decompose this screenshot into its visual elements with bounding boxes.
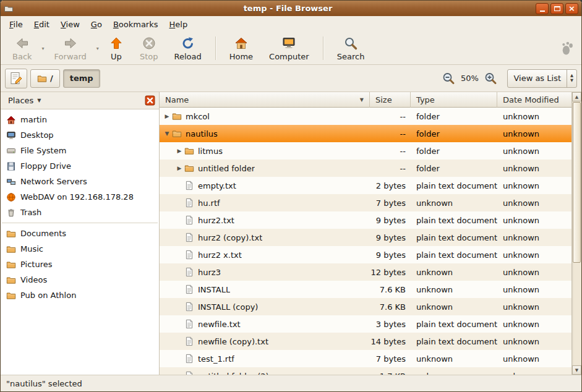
file-name: empty.txt [198, 181, 236, 190]
place-label: File System [20, 146, 66, 155]
place-pictures[interactable]: Pictures [1, 257, 159, 272]
close-button[interactable]: × [565, 3, 578, 14]
back-button[interactable]: Back [4, 34, 40, 63]
forward-label: Forward [54, 52, 87, 61]
home-button[interactable]: Home [221, 34, 261, 63]
file-row-hurz2-txt[interactable]: hurz2.txt9 bytesplain text documentunkno… [160, 211, 571, 229]
network-icon [6, 177, 16, 187]
menu-go[interactable]: Go [85, 18, 108, 31]
file-size-cell: 7.6 KB [370, 298, 411, 315]
place-trash[interactable]: Trash [1, 205, 159, 220]
file-name-cell: newfile.txt [160, 315, 370, 333]
computer-button[interactable]: Computer [261, 34, 317, 63]
place-desktop[interactable]: Desktop [1, 127, 159, 143]
file-name-cell: INSTALL (copy) [160, 298, 370, 315]
maximize-button[interactable] [550, 3, 563, 14]
file-name: hurz2 (copy).txt [198, 233, 262, 242]
forward-icon [63, 36, 78, 51]
file-type-cell: unknown [411, 350, 497, 367]
column-header-type[interactable]: Type [411, 92, 497, 108]
zoom-in-button[interactable] [483, 71, 498, 86]
trash-icon [6, 208, 16, 218]
expander-expanded-icon[interactable]: ▼ [162, 130, 172, 137]
back-history-dropdown[interactable]: ▾ [40, 32, 46, 64]
file-row-hurz2-copy-txt[interactable]: hurz2 (copy).txt9 bytesplain text docume… [160, 229, 571, 246]
up-button[interactable]: Up [101, 34, 132, 63]
folder-icon [184, 146, 194, 156]
file-row-hu-rtf[interactable]: hu.rtf7 bytesunknownunknown [160, 194, 571, 211]
file-modified-cell: unknown [497, 298, 571, 315]
place-file-system[interactable]: File System [1, 143, 159, 158]
place-label: WebDAV on 192.168.178.28 [20, 192, 134, 202]
place-network-servers[interactable]: Network Servers [1, 174, 159, 189]
file-row-untitled-folder-2[interactable]: untitled folder (2)1.7 KBunknownunknown [160, 367, 571, 375]
search-button[interactable]: Search [329, 34, 373, 63]
file-row-empty-txt[interactable]: empty.txt2 bytesplain text documentunkno… [160, 177, 571, 194]
column-header-date-modified[interactable]: Date Modified [497, 92, 571, 108]
forward-history-dropdown[interactable]: ▾ [95, 32, 101, 64]
edit-location-icon [9, 71, 24, 86]
zoom-out-button[interactable] [441, 71, 456, 86]
place-pub-on-athlon[interactable]: Pub on Athlon [1, 288, 159, 303]
file-row-nautilus[interactable]: ▼nautilus--folderunknown [160, 125, 571, 142]
place-floppy-drive[interactable]: Floppy Drive [1, 158, 159, 174]
file-name-cell: hu.rtf [160, 194, 370, 211]
expander-collapsed-icon[interactable]: ▶ [174, 165, 184, 171]
file-name: INSTALL [198, 285, 230, 294]
view-mode-select[interactable]: View as List ▲▼ [507, 69, 577, 88]
places-dropdown[interactable]: Places ▼ [4, 95, 45, 106]
sidebar-close-button[interactable] [145, 95, 155, 106]
view-mode-spinner-icon[interactable]: ▲▼ [567, 70, 576, 87]
text-file-icon [184, 250, 194, 260]
status-text: "nautilus" selected [6, 379, 82, 388]
place-videos[interactable]: Videos [1, 272, 159, 288]
place-martin[interactable]: martin [1, 112, 159, 127]
menu-help[interactable]: Help [164, 18, 194, 31]
column-header-name[interactable]: Name▼ [160, 92, 370, 108]
vertical-scrollbar[interactable]: ▲ ▼ [571, 92, 581, 375]
file-row-newfile-txt[interactable]: newfile.txt3 bytesplain text documentunk… [160, 315, 571, 333]
file-row-litmus[interactable]: ▶litmus--folderunknown [160, 142, 571, 160]
file-type-cell: folder [411, 160, 497, 177]
file-row-newfile-copy-txt[interactable]: newfile (copy).txt14 bytesplain text doc… [160, 333, 571, 350]
file-modified-cell: unknown [497, 142, 571, 160]
expander-collapsed-icon[interactable]: ▶ [174, 148, 184, 154]
view-controls: 50% View as List ▲▼ [441, 69, 577, 88]
current-path-button[interactable]: temp [63, 69, 100, 88]
place-documents[interactable]: Documents [1, 226, 159, 241]
file-row-untitled-folder[interactable]: ▶untitled folder--folderunknown [160, 160, 571, 177]
titlebar[interactable]: temp - File Browser × [1, 1, 581, 16]
file-row-test-1-rtf[interactable]: test_1.rtf7 bytesunknownunknown [160, 350, 571, 367]
minimize-button[interactable] [536, 3, 549, 14]
scrollbar-track[interactable] [572, 101, 581, 365]
scroll-down-button[interactable]: ▼ [572, 365, 581, 375]
file-name-cell: ▼nautilus [160, 125, 370, 142]
edit-location-button[interactable] [5, 69, 27, 88]
current-path-label: temp [70, 74, 93, 83]
root-path-button[interactable]: / [30, 69, 60, 88]
scrollbar-thumb[interactable] [573, 102, 581, 263]
file-row-install-copy[interactable]: INSTALL (copy)7.6 KBunknownunknown [160, 298, 571, 315]
window-title: temp - File Browser [44, 4, 532, 13]
main-area: Places ▼ martinDesktopFile SystemFloppy … [1, 92, 581, 375]
menu-bookmarks[interactable]: Bookmarks [108, 18, 164, 31]
file-type-cell: unknown [411, 298, 497, 315]
file-row-mkcol[interactable]: ▶mkcol--folderunknown [160, 108, 571, 125]
place-webdav-on-192-168-178-28[interactable]: WebDAV on 192.168.178.28 [1, 189, 159, 205]
file-row-install[interactable]: INSTALL7.6 KBunknownunknown [160, 281, 571, 298]
place-music[interactable]: Music [1, 241, 159, 257]
column-header-size[interactable]: Size [370, 92, 411, 108]
reload-button[interactable]: Reload [166, 34, 209, 63]
column-headers: Name▼SizeTypeDate Modified [160, 92, 571, 108]
stop-button[interactable]: Stop [132, 34, 166, 63]
forward-button[interactable]: Forward [46, 34, 95, 63]
scroll-up-button[interactable]: ▲ [572, 92, 581, 101]
file-row-hurz2-x-txt[interactable]: hurz2 x.txt9 bytesplain text documentunk… [160, 246, 571, 263]
menu-edit[interactable]: Edit [28, 18, 55, 31]
menu-view[interactable]: View [55, 18, 85, 31]
text-file-icon [184, 354, 194, 364]
menu-file[interactable]: File [4, 18, 28, 31]
file-name: newfile.txt [198, 320, 241, 329]
file-row-hurz3[interactable]: hurz312 bytesunknownunknown [160, 263, 571, 281]
expander-collapsed-icon[interactable]: ▶ [162, 113, 172, 119]
